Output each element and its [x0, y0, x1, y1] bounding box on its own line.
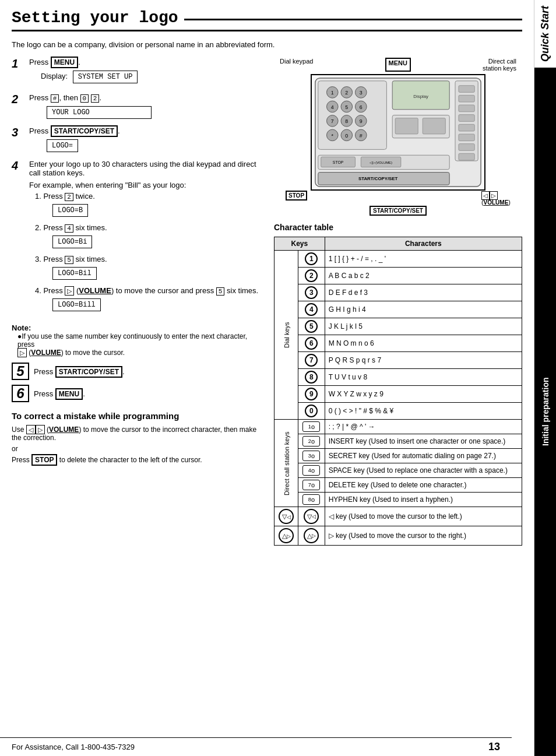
table-row: 2 o INSERT key (Used to insert one chara… [275, 434, 522, 449]
table-row: 2 A B C a b c 2 [275, 268, 522, 284]
svg-text:1: 1 [331, 90, 334, 96]
title-text: Setting your logo [12, 9, 178, 27]
intro-text: The logo can be a company, division or p… [12, 40, 522, 49]
svg-text:5: 5 [345, 104, 348, 110]
step-4: 4 Enter your logo up to 30 characters us… [12, 160, 262, 318]
page-title: Setting your logo [12, 9, 522, 31]
step-5: 5 Press START/COPY/SET. [12, 363, 262, 380]
direct-call-label: Direct callstation keys [483, 58, 516, 72]
right-sidebar: Quick Start Initial preparation [534, 0, 556, 756]
table-row: 8 o HYPHEN key (Used to insert a hyphen.… [275, 493, 522, 507]
table-row: 3 o SECRET key (Used for automatic diali… [275, 449, 522, 463]
mistake-section: To correct a mistake while programming U… [12, 411, 262, 464]
table-row: 7 o DELETE key (Used to delete one chara… [275, 478, 522, 493]
svg-text:START/COPY/SET: START/COPY/SET [358, 176, 397, 181]
sub-step-3: 3. Press 5 six times. LOGO=Bil [35, 255, 262, 282]
svg-text:4: 4 [331, 104, 334, 110]
footer-assistance: For Assistance, Call 1-800-435-7329 [12, 743, 135, 751]
svg-text:*: * [332, 133, 334, 139]
start-label: START/COPY/SET [370, 206, 427, 216]
svg-text:7: 7 [331, 118, 334, 124]
svg-rect-38 [395, 118, 418, 134]
step-2: 2 Press #, then 0 2. YOUR LOGO [12, 93, 262, 121]
svg-text:8: 8 [345, 118, 348, 124]
svg-text:3: 3 [360, 90, 363, 96]
svg-text:9: 9 [360, 118, 363, 124]
svg-text:2: 2 [345, 90, 348, 96]
diagram-area: Dial keypad MENU Direct callstation keys [274, 58, 522, 214]
svg-rect-39 [423, 118, 445, 134]
stop-label: STOP [286, 192, 307, 206]
character-table: Keys Characters Dial keys 1 1 [ ] { } + … [274, 237, 522, 546]
table-row: 7 P Q R S p q r s 7 [275, 352, 522, 369]
step-1: 1 Press MENU. Display: SYSTEM SET UP [12, 58, 262, 87]
svg-rect-32 [459, 115, 474, 122]
svg-text:#: # [360, 133, 363, 139]
svg-text:◁▷(VOLUME): ◁▷(VOLUME) [370, 161, 392, 164]
svg-rect-36 [459, 153, 474, 160]
step-6: 6 Press MENU. [12, 385, 262, 402]
step-3: 3 Press START/COPY/SET. LOGO= [12, 126, 262, 154]
svg-text:6: 6 [360, 104, 363, 110]
svg-rect-29 [459, 86, 474, 93]
table-row: 5 J K L j k l 5 [275, 318, 522, 335]
dial-keys-label: Dial keys [275, 251, 298, 420]
char-table-title: Character table [274, 223, 522, 232]
svg-text:STOP: STOP [333, 160, 344, 164]
menu-label: MENU [385, 58, 411, 72]
table-row: 4 G H I g h i 4 [275, 301, 522, 318]
dial-keypad-label: Dial keypad [280, 58, 313, 72]
volume-label: ◁▷(VOLUME) [481, 192, 511, 206]
table-row: Dial keys 1 1 [ ] { } + - / = , . _ ' [275, 251, 522, 268]
page-number: 13 [488, 741, 500, 753]
table-row: Direct call station keys 1 o : ; ? | * @… [275, 420, 522, 434]
table-row: 4 o SPACE key (Used to replace one chara… [275, 463, 522, 478]
svg-text:Display: Display [413, 94, 428, 99]
table-row: 9 W X Y Z w x y z 9 [275, 386, 522, 403]
sub-step-2: 2. Press 4 six times. LOGO=Bi [35, 223, 262, 250]
table-row: △▷ △▷ ▷ key (Used to move the cursor to … [275, 526, 522, 546]
table-row: 3 D E F d e f 3 [275, 284, 522, 301]
quick-start-label: Quick Start [539, 0, 551, 68]
direct-call-label: Direct call station keys [275, 420, 298, 507]
table-row: 8 T U V t u v 8 [275, 369, 522, 386]
table-row: 6 M N O m n o 6 [275, 335, 522, 352]
footer: For Assistance, Call 1-800-435-7329 13 [0, 737, 512, 756]
note-section: Note: ●If you use the same number key co… [12, 324, 262, 357]
svg-rect-33 [459, 124, 474, 131]
svg-rect-30 [459, 95, 474, 102]
initial-preparation-label: Initial preparation [534, 68, 557, 756]
phone-diagram: 1 2 3 4 5 6 7 8 [311, 74, 485, 191]
col-keys: Keys [275, 237, 325, 251]
svg-rect-34 [459, 134, 474, 141]
sub-step-1: 1. Press 2 twice. LOGO=B [35, 192, 262, 219]
table-row: 0 0 ( ) < > ! " # $ % & ¥ [275, 403, 522, 420]
svg-text:0: 0 [345, 133, 348, 139]
table-row: ▽◁ ▽◁ ◁ key (Used to move the cursor to … [275, 507, 522, 526]
svg-rect-35 [459, 144, 474, 151]
svg-rect-31 [459, 105, 474, 112]
col-characters: Characters [325, 237, 522, 251]
sub-step-4: 4. Press ▷ (VOLUME) to move the cursor a… [35, 286, 262, 313]
